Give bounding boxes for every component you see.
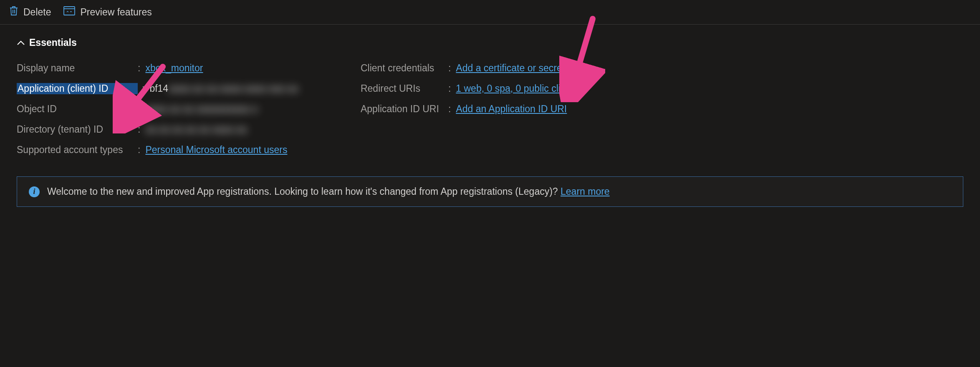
redirect-uris-link[interactable]: 1 web, 0 spa, 0 public client [456, 83, 574, 94]
supported-types-label: Supported account types [17, 144, 138, 156]
add-certificate-link[interactable]: Add a certificate or secret [456, 63, 565, 74]
preview-icon [63, 6, 75, 18]
row-application-id: Application (client) ID : bf14aaaa-aa aa… [17, 83, 298, 94]
tenant-id-value: aa aa aa aa aa aaaa aa [145, 124, 247, 135]
row-object-id: Object ID : aaaa aa aa aaaaaaaaaa a [17, 103, 298, 115]
delete-label: Delete [23, 7, 51, 18]
object-id-value: aaaa aa aa aaaaaaaaaa a [145, 103, 258, 115]
preview-features-button[interactable]: Preview features [63, 6, 152, 18]
info-banner: i Welcome to the new and improved App re… [17, 176, 963, 207]
preview-label: Preview features [80, 7, 152, 18]
row-app-id-uri: Application ID URI : Add an Application … [361, 103, 574, 115]
essentials-left-column: Display name : xbox_monitor Application … [17, 63, 298, 156]
command-bar: Delete Preview features [0, 0, 980, 25]
display-name-label: Display name [17, 63, 138, 74]
learn-more-link[interactable]: Learn more [561, 186, 610, 197]
info-banner-text: Welcome to the new and improved App regi… [47, 186, 610, 197]
add-app-id-uri-link[interactable]: Add an Application ID URI [456, 103, 567, 115]
client-credentials-label: Client credentials [361, 63, 448, 74]
essentials-panel: Essentials Display name : xbox_monitor A… [0, 25, 980, 156]
svg-rect-0 [64, 7, 75, 15]
app-id-uri-label: Application ID URI [361, 103, 448, 115]
tenant-id-label: Directory (tenant) ID [17, 124, 138, 135]
redirect-uris-label: Redirect URIs [361, 83, 448, 94]
essentials-right-column: Client credentials : Add a certificate o… [361, 63, 574, 156]
essentials-toggle[interactable]: Essentials [17, 37, 963, 48]
supported-types-link[interactable]: Personal Microsoft account users [145, 144, 287, 156]
row-supported-types: Supported account types : Personal Micro… [17, 144, 298, 156]
delete-button[interactable]: Delete [9, 6, 51, 18]
application-id-value: bf14aaaa-aa aa-aaaa-aaaa aaa aa [149, 83, 298, 94]
row-redirect-uris: Redirect URIs : 1 web, 0 spa, 0 public c… [361, 83, 574, 94]
object-id-label: Object ID [17, 103, 138, 115]
application-id-label: Application (client) ID [17, 83, 138, 94]
info-icon: i [29, 186, 40, 197]
chevron-up-icon [17, 37, 25, 48]
row-display-name: Display name : xbox_monitor [17, 63, 298, 74]
essentials-title: Essentials [29, 37, 77, 48]
row-client-credentials: Client credentials : Add a certificate o… [361, 63, 574, 74]
row-tenant-id: Directory (tenant) ID : aa aa aa aa aa a… [17, 124, 298, 135]
display-name-link[interactable]: xbox_monitor [145, 63, 203, 74]
trash-icon [9, 6, 18, 18]
